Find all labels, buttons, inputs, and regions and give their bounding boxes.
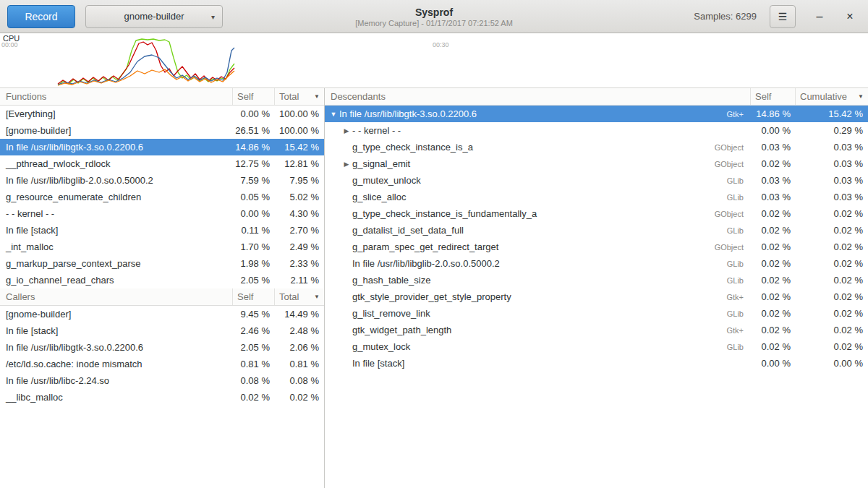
cumulative-percent: 0.03 % (796, 142, 868, 153)
process-selector-dropdown[interactable]: gnome-builder ▾ (85, 5, 223, 28)
tree-row[interactable]: g_datalist_id_set_data_fullGLib0.02 %0.0… (325, 222, 868, 239)
minimize-button[interactable]: – (813, 10, 826, 23)
descendants-column-header[interactable]: Descendants (325, 88, 751, 105)
cumulative-percent: 0.29 % (796, 125, 868, 136)
function-name: [gnome-builder] (0, 125, 233, 136)
self-percent: 0.00 % (751, 358, 796, 369)
table-row[interactable]: _int_malloc1.70 %2.49 % (0, 239, 324, 255)
self-percent: 2.46 % (233, 325, 275, 336)
tree-row[interactable]: ▼In file /usr/lib/libgtk-3.so.0.2200.6Gt… (325, 106, 868, 122)
tree-row[interactable]: g_type_check_instance_is_fundamentally_a… (325, 205, 868, 222)
right-pane: Descendants Self Cumulative ▼ ▼In file /… (325, 88, 868, 488)
table-row[interactable]: g_io_channel_read_chars2.05 %2.11 % (0, 272, 324, 288)
menu-button[interactable]: ☰ (770, 5, 796, 28)
self-percent: 1.98 % (233, 258, 275, 269)
tree-row-name-cell: g_slice_allocGLib (325, 192, 751, 202)
library-badge: GObject (715, 210, 751, 218)
function-name: In file /usr/lib/libgtk-3.so.0.2200.6 (0, 142, 233, 153)
function-name: In file [stack] (0, 225, 233, 236)
table-row[interactable]: __pthread_rwlock_rdlock12.75 %12.81 % (0, 155, 324, 172)
total-percent: 7.95 % (275, 175, 324, 186)
callers-column-header[interactable]: Callers (0, 288, 233, 305)
function-name: In file [stack] (0, 325, 233, 336)
total-percent: 100.00 % (275, 125, 324, 136)
symbol-name: g_signal_emit (352, 158, 410, 169)
column-label: Cumulative (800, 91, 847, 102)
table-row[interactable]: In file /usr/lib/libglib-2.0.so.0.5000.2… (0, 172, 324, 189)
table-row[interactable]: In file /usr/lib/libc-2.24.so0.08 %0.08 … (0, 372, 324, 389)
expander-closed-icon[interactable]: ▶ (341, 127, 352, 134)
callers-total-column-header[interactable]: Total ▼ (275, 288, 324, 305)
total-percent: 15.42 % (275, 142, 324, 153)
main-content: Functions Self Total ▼ [Everything]0.00 … (0, 88, 868, 488)
descendants-table-body: ▼In file /usr/lib/libgtk-3.so.0.2200.6Gt… (325, 106, 868, 372)
tree-row[interactable]: g_slice_allocGLib0.03 %0.03 % (325, 189, 868, 205)
sort-descending-icon: ▼ (310, 93, 320, 100)
cumulative-percent: 0.02 % (796, 341, 868, 352)
table-row[interactable]: [Everything]0.00 %100.00 % (0, 106, 324, 122)
cpu-graph-area[interactable]: CPU 00:00 00:30 (0, 33, 868, 88)
tree-row[interactable]: ▶g_signal_emitGObject0.02 %0.03 % (325, 155, 868, 172)
sysprof-window: Record gnome-builder ▾ Sysprof [Memory C… (0, 0, 868, 488)
self-percent: 0.00 % (233, 108, 275, 119)
tree-row[interactable]: g_mutex_unlockGLib0.03 %0.03 % (325, 172, 868, 189)
tree-row[interactable]: g_list_remove_linkGLib0.02 %0.02 % (325, 305, 868, 322)
symbol-name: g_list_remove_link (352, 308, 430, 319)
cumulative-percent: 0.03 % (796, 192, 868, 202)
callers-self-column-header[interactable]: Self (233, 288, 275, 305)
tree-row[interactable]: gtk_widget_path_lengthGtk+0.02 %0.02 % (325, 322, 868, 338)
column-label: Total (279, 291, 299, 302)
functions-self-column-header[interactable]: Self (233, 88, 275, 105)
sort-descending-icon: ▼ (310, 294, 320, 300)
record-button[interactable]: Record (7, 5, 75, 28)
cumulative-percent: 0.02 % (796, 208, 868, 219)
tree-row[interactable]: ▶- - kernel - -0.00 %0.29 % (325, 122, 868, 139)
function-name: _int_malloc (0, 241, 233, 252)
self-percent: 0.02 % (233, 392, 275, 403)
cpu-series-red (58, 42, 234, 84)
tree-row[interactable]: gtk_style_provider_get_style_propertyGtk… (325, 288, 868, 305)
table-row[interactable]: In file /usr/lib/libgtk-3.so.0.2200.614.… (0, 139, 324, 155)
self-percent: 0.02 % (751, 158, 796, 169)
descendants-header-row: Descendants Self Cumulative ▼ (325, 88, 868, 106)
descendants-cumulative-column-header[interactable]: Cumulative ▼ (796, 88, 868, 105)
total-percent: 2.33 % (275, 258, 324, 269)
expander-closed-icon[interactable]: ▶ (341, 160, 352, 168)
table-row[interactable]: In file [stack]0.11 %2.70 % (0, 222, 324, 239)
tree-row[interactable]: In file /usr/lib/libglib-2.0.so.0.5000.2… (325, 255, 868, 272)
functions-table-body: [Everything]0.00 %100.00 %[gnome-builder… (0, 106, 324, 288)
table-row[interactable]: In file /usr/lib/libgtk-3.so.0.2200.62.0… (0, 339, 324, 356)
cumulative-percent: 0.03 % (796, 158, 868, 169)
tree-row[interactable]: g_param_spec_get_redirect_targetGObject0… (325, 239, 868, 255)
total-percent: 0.81 % (275, 359, 324, 369)
functions-header-row: Functions Self Total ▼ (0, 88, 324, 106)
tree-row[interactable]: In file [stack]0.00 %0.00 % (325, 355, 868, 372)
hamburger-menu-icon: ☰ (778, 11, 788, 22)
table-row[interactable]: g_resource_enumerate_children0.05 %5.02 … (0, 189, 324, 205)
library-badge: Gtk+ (726, 110, 751, 119)
cumulative-percent: 0.03 % (796, 175, 868, 186)
function-name: __pthread_rwlock_rdlock (0, 158, 233, 169)
table-row[interactable]: __libc_malloc0.02 %0.02 % (0, 389, 324, 406)
total-percent: 2.11 % (275, 275, 324, 286)
function-name: g_markup_parse_context_parse (0, 258, 233, 269)
tree-row[interactable]: g_mutex_lockGLib0.02 %0.02 % (325, 338, 868, 355)
table-row[interactable]: /etc/ld.so.cache: inode mismatch0.81 %0.… (0, 356, 324, 372)
table-row[interactable]: g_markup_parse_context_parse1.98 %2.33 % (0, 255, 324, 272)
functions-column-header[interactable]: Functions (0, 88, 233, 105)
self-percent: 0.02 % (751, 341, 796, 352)
table-row[interactable]: In file [stack]2.46 %2.48 % (0, 322, 324, 339)
tree-row[interactable]: g_type_check_instance_is_aGObject0.03 %0… (325, 139, 868, 155)
table-row[interactable]: [gnome-builder]9.45 %14.49 % (0, 306, 324, 322)
expander-open-icon[interactable]: ▼ (328, 111, 339, 118)
descendants-self-column-header[interactable]: Self (751, 88, 796, 105)
table-row[interactable]: - - kernel - -0.00 %4.30 % (0, 205, 324, 222)
library-badge: GLib (727, 176, 751, 185)
functions-total-column-header[interactable]: Total ▼ (275, 88, 324, 105)
symbol-name: In file [stack] (352, 358, 404, 369)
close-button[interactable]: × (843, 10, 856, 23)
tree-row[interactable]: g_hash_table_sizeGLib0.02 %0.02 % (325, 272, 868, 288)
symbol-name: In file /usr/lib/libglib-2.0.so.0.5000.2 (352, 258, 500, 269)
table-row[interactable]: [gnome-builder]26.51 %100.00 % (0, 122, 324, 139)
library-badge: GObject (715, 160, 751, 168)
